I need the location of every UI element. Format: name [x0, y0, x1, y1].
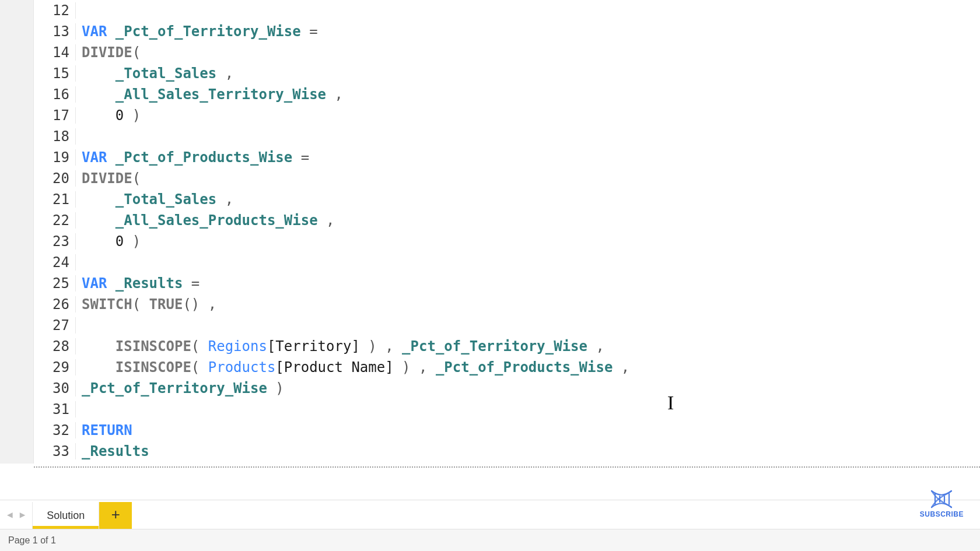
- line-number: 15: [34, 65, 76, 82]
- subscribe-label: SUBSCRIBE: [920, 510, 964, 518]
- panel-resize-divider[interactable]: [34, 466, 980, 468]
- code-token: [82, 86, 116, 103]
- code-token: ) ,: [360, 338, 402, 355]
- code-token: [Product Name]: [275, 359, 393, 375]
- code-token: (: [132, 296, 149, 313]
- line-number: 21: [34, 191, 76, 208]
- code-token: [124, 107, 132, 124]
- code-token: [124, 233, 132, 250]
- code-line[interactable]: 27: [34, 315, 980, 336]
- text-cursor-ibeam: I: [667, 392, 674, 414]
- code-line[interactable]: 17 0 ): [34, 105, 980, 126]
- line-content[interactable]: VAR _Pct_of_Territory_Wise =: [76, 23, 318, 40]
- tab-prev-button[interactable]: ◀: [5, 507, 15, 523]
- line-content[interactable]: _All_Sales_Territory_Wise ,: [76, 86, 343, 103]
- code-token: ,: [587, 338, 604, 355]
- code-token: [183, 275, 191, 292]
- code-line[interactable]: 13VAR _Pct_of_Territory_Wise =: [34, 21, 980, 42]
- code-line[interactable]: 15 _Total_Sales ,: [34, 63, 980, 84]
- code-token: () ,: [183, 296, 216, 313]
- code-line[interactable]: 24: [34, 252, 980, 273]
- code-token: SWITCH: [82, 296, 132, 313]
- code-token: [Territory]: [267, 338, 360, 355]
- line-content[interactable]: DIVIDE(: [76, 44, 141, 61]
- code-line[interactable]: 31: [34, 399, 980, 420]
- code-line[interactable]: 20DIVIDE(: [34, 168, 980, 189]
- page-indicator: Page 1 of 1: [8, 535, 56, 546]
- code-token: _Total_Sales: [116, 65, 216, 82]
- code-token: =: [309, 23, 317, 40]
- code-line[interactable]: 21 _Total_Sales ,: [34, 189, 980, 210]
- code-line[interactable]: 25VAR _Results =: [34, 273, 980, 294]
- code-token: _Pct_of_Territory_Wise: [402, 338, 587, 355]
- line-number: 14: [34, 44, 76, 61]
- code-token: _Results: [116, 275, 183, 292]
- line-content[interactable]: 0 ): [76, 107, 141, 124]
- code-line[interactable]: 32RETURN: [34, 420, 980, 441]
- line-content[interactable]: SWITCH( TRUE() ,: [76, 296, 216, 313]
- status-bar: Page 1 of 1: [0, 529, 980, 551]
- code-token: [216, 191, 225, 208]
- line-content[interactable]: ISINSCOPE( Regions[Territory] ) , _Pct_o…: [76, 338, 604, 355]
- line-number: 24: [34, 254, 76, 271]
- code-token: _Pct_of_Products_Wise: [436, 359, 612, 375]
- code-token: Regions: [208, 338, 267, 355]
- line-number: 23: [34, 233, 76, 250]
- code-line[interactable]: 22 _All_Sales_Products_Wise ,: [34, 210, 980, 231]
- code-token: [82, 212, 116, 229]
- line-number: 18: [34, 128, 76, 145]
- code-token: =: [191, 275, 200, 292]
- code-lines-container: 1213VAR _Pct_of_Territory_Wise =14DIVIDE…: [34, 0, 980, 462]
- code-token: (: [132, 44, 141, 61]
- code-token: [107, 275, 115, 292]
- code-line[interactable]: 30_Pct_of_Territory_Wise ): [34, 378, 980, 399]
- add-page-button[interactable]: +: [99, 502, 132, 529]
- code-token: [216, 65, 225, 82]
- line-number: 12: [34, 2, 76, 19]
- code-token: Products: [208, 359, 276, 375]
- code-token: [82, 359, 116, 375]
- app-root: 1213VAR _Pct_of_Territory_Wise =14DIVIDE…: [0, 0, 980, 551]
- code-token: DIVIDE: [82, 170, 132, 187]
- plus-icon: +: [111, 507, 121, 524]
- code-token: _Pct_of_Territory_Wise: [82, 380, 267, 396]
- code-line[interactable]: 12: [34, 0, 980, 21]
- code-token: [318, 212, 326, 229]
- code-line[interactable]: 33_Results: [34, 441, 980, 462]
- line-number: 28: [34, 338, 76, 355]
- code-line[interactable]: 23 0 ): [34, 231, 980, 252]
- tab-solution[interactable]: Solution: [32, 502, 99, 529]
- code-token: 0: [116, 107, 124, 124]
- line-content[interactable]: _All_Sales_Products_Wise ,: [76, 212, 334, 229]
- code-line[interactable]: 26SWITCH( TRUE() ,: [34, 294, 980, 315]
- line-content[interactable]: _Results: [76, 443, 149, 459]
- line-content[interactable]: _Pct_of_Territory_Wise ): [76, 380, 284, 396]
- line-number: 27: [34, 317, 76, 334]
- code-token: _All_Sales_Products_Wise: [116, 212, 318, 229]
- line-number: 30: [34, 380, 76, 396]
- code-line[interactable]: 29 ISINSCOPE( Products[Product Name] ) ,…: [34, 357, 980, 378]
- line-content[interactable]: DIVIDE(: [76, 170, 141, 187]
- code-line[interactable]: 19VAR _Pct_of_Products_Wise =: [34, 147, 980, 168]
- code-token: [107, 149, 115, 166]
- line-content[interactable]: _Total_Sales ,: [76, 191, 233, 208]
- code-token: [82, 233, 116, 250]
- line-content[interactable]: RETURN: [76, 422, 132, 438]
- dna-icon: [928, 489, 955, 509]
- code-line[interactable]: 16 _All_Sales_Territory_Wise ,: [34, 84, 980, 105]
- line-number: 33: [34, 443, 76, 459]
- line-content[interactable]: _Total_Sales ,: [76, 65, 233, 82]
- line-content[interactable]: ISINSCOPE( Products[Product Name] ) , _P…: [76, 359, 629, 375]
- code-line[interactable]: 18: [34, 126, 980, 147]
- line-content[interactable]: 0 ): [76, 233, 141, 250]
- line-content[interactable]: VAR _Pct_of_Products_Wise =: [76, 149, 309, 166]
- code-line[interactable]: 28 ISINSCOPE( Regions[Territory] ) , _Pc…: [34, 336, 980, 357]
- formula-editor[interactable]: 1213VAR _Pct_of_Territory_Wise =14DIVIDE…: [34, 0, 980, 464]
- left-gutter-margin: [0, 0, 34, 464]
- tab-nav-group: ◀ ▶: [0, 500, 32, 529]
- code-token: VAR: [82, 23, 107, 40]
- line-content[interactable]: VAR _Results =: [76, 275, 200, 292]
- tab-next-button[interactable]: ▶: [18, 507, 28, 523]
- code-token: ISINSCOPE: [116, 359, 191, 375]
- code-line[interactable]: 14DIVIDE(: [34, 42, 980, 63]
